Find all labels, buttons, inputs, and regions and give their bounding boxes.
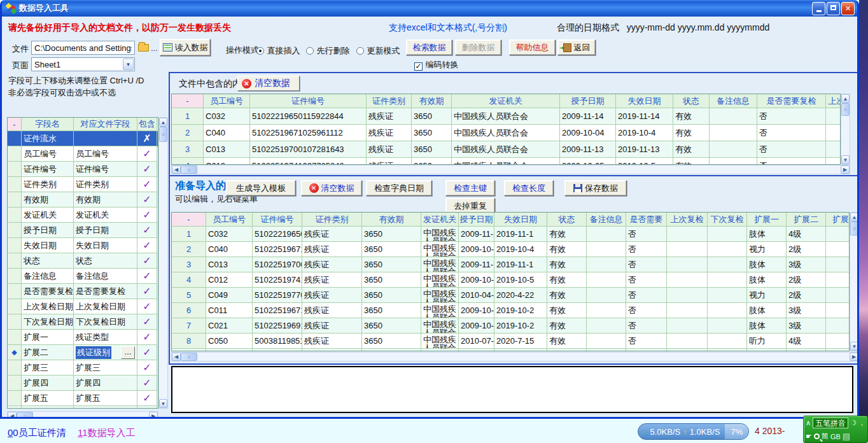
cell[interactable]: 51022519671 [253, 242, 302, 257]
field-map-row[interactable]: 上次复检日期上次复检日期✓ [8, 299, 158, 314]
cell[interactable] [710, 141, 757, 158]
cell[interactable]: 残疾证 [367, 108, 412, 125]
cell[interactable]: 51022519671 [253, 303, 302, 318]
cell[interactable]: 残疾证 [302, 303, 362, 318]
cell[interactable]: C040 [206, 242, 253, 257]
cell[interactable]: 中国残疾人员联合会 [421, 272, 459, 288]
mapped-field-cell[interactable]: 扩展五 [74, 391, 137, 406]
radio-delete-first[interactable]: 先行删除 [306, 45, 349, 57]
cell[interactable] [667, 318, 708, 334]
field-map-row[interactable]: 扩展三扩展三✓ [8, 360, 158, 376]
table-row[interactable]: 1C03251022219650115922844残疾证3650中国残疾人员联合… [172, 108, 840, 125]
import-table-hscrollbar[interactable]: ◀ ▶ [171, 352, 857, 362]
field-map-row[interactable]: 扩展一残证类型✓ [8, 330, 158, 345]
cell[interactable]: 否 [757, 158, 826, 165]
open-folder-icon[interactable] [138, 44, 149, 52]
cell[interactable]: 残疾证 [302, 257, 362, 272]
delete-data-button[interactable]: 删除数据 [455, 39, 501, 55]
cell[interactable] [826, 288, 850, 303]
save-data-button[interactable]: 保存数据 [564, 180, 627, 196]
mapped-field-cell[interactable]: 下次复检日期 [74, 314, 137, 330]
cell[interactable] [826, 125, 841, 141]
field-name-cell[interactable]: 证件流水 [22, 131, 74, 146]
cell[interactable]: 51022519691 [253, 318, 302, 334]
row-number-cell[interactable]: 1 [172, 108, 204, 125]
cell[interactable]: C021 [206, 318, 253, 334]
field-name-cell[interactable]: 失效日期 [22, 238, 74, 253]
table-row[interactable]: 3C01351022519700残疾证3650中国残疾人员联合会2009-11-… [172, 257, 849, 272]
cell[interactable]: 2级 [787, 288, 826, 303]
cell[interactable]: 否 [626, 242, 667, 257]
scroll-right-icon[interactable]: ▶ [841, 165, 850, 174]
cell[interactable]: 2009-10-0 [459, 318, 494, 334]
cell[interactable] [587, 334, 626, 349]
mapped-field-cell[interactable]: 扩展三 [74, 360, 137, 376]
cell[interactable]: 有效 [547, 334, 587, 349]
cell[interactable]: 51022519770 [253, 288, 302, 303]
row-marker-cell[interactable] [8, 253, 22, 269]
table-row[interactable]: 5C04951022519770残疾证3650中国残疾人员联合会2010-04-… [172, 288, 849, 303]
included-cell[interactable]: ✓ [137, 223, 157, 238]
cell[interactable]: 视力 [747, 288, 787, 303]
cell[interactable]: 中国残疾人员联合会 [421, 227, 459, 242]
row-number-cell[interactable]: 3 [172, 257, 206, 272]
row-marker-cell[interactable] [8, 177, 22, 192]
ime-name[interactable]: 五笔拼音 [813, 418, 848, 428]
cell[interactable] [667, 227, 708, 242]
field-map-row[interactable]: 是否需要复检是否需要复检✓ [8, 284, 158, 299]
row-marker-cell[interactable] [8, 330, 22, 345]
field-map-row[interactable]: 证件类别证件类别✓ [8, 177, 158, 192]
row-number-cell[interactable]: 5 [172, 288, 206, 303]
cell[interactable]: 中国残疾人员联合会 [452, 158, 560, 165]
cell[interactable]: 4级 [787, 227, 826, 242]
cell[interactable]: 2019-10-5 [616, 158, 673, 165]
scroll-up-icon[interactable]: ▲ [159, 118, 167, 127]
included-cell[interactable]: ✓ [137, 330, 157, 345]
cell[interactable]: 2009-11-14 [560, 108, 616, 125]
row-marker-cell[interactable] [8, 269, 22, 284]
cell[interactable]: 2010-04-2 [459, 288, 494, 303]
encoding-checkbox[interactable]: ✓ 编码转换 [414, 59, 458, 71]
cell[interactable]: 2009-11-1 [459, 227, 494, 242]
cell[interactable]: 3650 [362, 303, 421, 318]
cell[interactable] [667, 303, 708, 318]
cell[interactable]: 残疾证 [367, 125, 412, 141]
mapped-field-cell[interactable]: 授予日期 [74, 223, 137, 238]
cell[interactable]: 3650 [362, 242, 421, 257]
cell[interactable]: 2009-10-0 [459, 272, 494, 288]
included-cell[interactable]: ✓ [137, 314, 157, 330]
cell[interactable]: C032 [204, 108, 250, 125]
cell[interactable]: 中国残疾人员联合会 [452, 125, 560, 141]
cell[interactable]: C050 [206, 334, 253, 349]
cell[interactable]: 2010-07-1 [459, 334, 494, 349]
cell[interactable] [587, 303, 626, 318]
mapped-field-cell[interactable]: 残证类型 [74, 330, 137, 345]
field-map-row[interactable]: 失效日期失效日期✓ [8, 238, 158, 253]
browse-button[interactable]: ... [151, 43, 158, 53]
cell[interactable] [667, 272, 708, 288]
file-table-vscrollbar[interactable]: ▲ ▼ [841, 94, 850, 165]
cell[interactable]: 2009-10-0 [459, 303, 494, 318]
cell[interactable]: 3650 [362, 334, 421, 349]
cell[interactable] [667, 257, 708, 272]
cell[interactable]: C012 [206, 272, 253, 288]
cell[interactable]: 中国残疾人员联合会 [421, 303, 459, 318]
clear-import-data-button[interactable]: ✕ 清空数据 [301, 180, 362, 196]
cell[interactable]: 残疾证 [302, 227, 362, 242]
cell[interactable]: 肢体 [747, 272, 787, 288]
cell[interactable]: 残疾证 [367, 158, 412, 165]
cell[interactable] [587, 257, 626, 272]
cell[interactable]: 否 [757, 125, 826, 141]
cell[interactable] [708, 257, 747, 272]
cell[interactable] [587, 318, 626, 334]
row-number-cell[interactable]: 4 [172, 158, 204, 165]
cell[interactable] [826, 272, 850, 288]
cell[interactable]: 3650 [412, 125, 452, 141]
tab-data-import[interactable]: 11数据导入工 [78, 427, 136, 439]
mapped-field-cell[interactable]: 证件编号 [74, 162, 137, 177]
cell[interactable] [667, 242, 708, 257]
simplified-toggle[interactable]: 简 [822, 432, 829, 441]
chevron-down-icon[interactable]: ▼ [123, 59, 134, 70]
field-map-row[interactable]: 扩展四扩展四✓ [8, 376, 158, 391]
cell[interactable]: C032 [206, 227, 253, 242]
